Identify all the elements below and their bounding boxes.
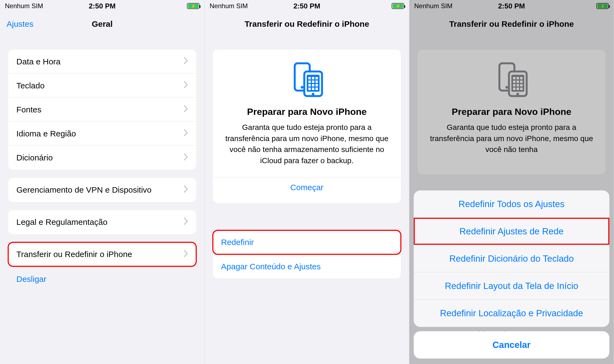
settings-group-4: Transferir ou Redefinir o iPhone <box>8 242 196 266</box>
settings-group-2: Gerenciamento de VPN e Dispositivo <box>8 178 196 202</box>
option-reset-keyboard-dictionary[interactable]: Redefinir Dicionário do Teclado <box>414 245 609 272</box>
row-label: Gerenciamento de VPN e Dispositivo <box>16 185 151 195</box>
battery-icon: ⚡ <box>187 3 199 9</box>
page-title: Geral <box>92 19 113 29</box>
chevron-right-icon <box>184 105 188 114</box>
option-label: Redefinir Dicionário do Teclado <box>449 253 574 264</box>
chevron-right-icon <box>184 57 188 66</box>
row-label: Idioma e Região <box>16 129 76 138</box>
svg-rect-13 <box>308 88 311 90</box>
prepare-new-iphone-card: Preparar para Novo iPhone Garanta que tu… <box>213 50 401 203</box>
svg-rect-5 <box>312 77 314 79</box>
svg-rect-15 <box>315 88 318 90</box>
svg-rect-12 <box>315 84 318 86</box>
chevron-right-icon <box>184 129 188 138</box>
chevron-right-icon <box>184 217 188 227</box>
row-label: Legal e Regulamentação <box>16 217 108 227</box>
option-label: Redefinir Layout da Tela de Início <box>445 281 578 291</box>
svg-point-1 <box>301 86 303 89</box>
cancel-label: Cancelar <box>493 340 530 350</box>
carrier-label: Nenhum SIM <box>5 2 43 10</box>
svg-rect-9 <box>315 80 318 83</box>
row-date-time[interactable]: Data e Hora <box>8 50 196 74</box>
back-label: Ajustes <box>7 19 33 29</box>
reset-group: Redefinir <box>213 230 401 254</box>
option-reset-home-screen-layout[interactable]: Redefinir Layout da Tela de Início <box>414 272 609 300</box>
chevron-right-icon <box>184 185 188 195</box>
divider <box>213 177 401 177</box>
settings-group-3: Legal e Regulamentação <box>8 210 196 234</box>
chevron-right-icon <box>184 81 188 90</box>
option-reset-all-settings[interactable]: Redefinir Todos os Ajustes <box>414 190 609 218</box>
clock-label: 2:50 PM <box>293 2 320 10</box>
settings-group-1: Data e Hora Teclado Fontes Idioma e Regi… <box>8 50 196 170</box>
svg-rect-14 <box>312 88 314 90</box>
nav-bar: Ajustes Geral <box>0 12 204 36</box>
row-keyboard[interactable]: Teclado <box>8 74 196 98</box>
screen-transfer-reset: Nenhum SIM 2:50 PM ⚡ Transferir ou Redef… <box>205 0 409 364</box>
card-title: Preparar para Novo iPhone <box>224 106 390 117</box>
row-erase-all[interactable]: Apagar Conteúdo e Ajustes <box>213 254 401 278</box>
option-reset-location-privacy[interactable]: Redefinir Localização e Privacidade <box>414 300 609 327</box>
row-fonts[interactable]: Fontes <box>8 98 196 122</box>
clock-label: 2:50 PM <box>89 2 115 10</box>
action-sheet: Redefinir Todos os Ajustes Redefinir Aju… <box>414 190 609 359</box>
row-label: Transferir ou Redefinir o iPhone <box>16 250 132 259</box>
chevron-right-icon <box>184 153 188 163</box>
row-label: Data e Hora <box>16 57 61 66</box>
begin-button[interactable]: Começar <box>224 180 390 195</box>
carrier-label: Nenhum SIM <box>210 2 248 10</box>
option-label: Redefinir Localização e Privacidade <box>440 308 583 318</box>
battery-icon: ⚡ <box>392 3 404 9</box>
status-right: ⚡ <box>187 3 199 9</box>
row-label: Apagar Conteúdo e Ajustes <box>221 262 321 271</box>
svg-point-16 <box>312 93 314 96</box>
row-reset[interactable]: Redefinir <box>213 230 401 254</box>
content: Preparar para Novo iPhone Garanta que tu… <box>205 36 409 278</box>
shutdown-link[interactable]: Desligar <box>16 275 204 284</box>
page-title: Transferir ou Redefinir o iPhone <box>245 19 369 29</box>
screen-general-settings: Nenhum SIM 2:50 PM ⚡ Ajustes Geral Data … <box>0 0 205 364</box>
row-label: Fontes <box>16 105 41 114</box>
screen-reset-action-sheet: Nenhum SIM 2:50 PM ⚡ Transferir ou Redef… <box>409 0 614 364</box>
svg-rect-4 <box>308 77 311 79</box>
row-dictionary[interactable]: Dicionário <box>8 146 196 170</box>
erase-group: Apagar Conteúdo e Ajustes <box>213 254 401 278</box>
row-label: Redefinir <box>221 238 254 247</box>
nav-bar: Transferir ou Redefinir o iPhone <box>205 12 409 36</box>
row-label: Teclado <box>16 81 44 90</box>
option-reset-network-settings[interactable]: Redefinir Ajustes de Rede <box>414 218 609 245</box>
chevron-right-icon <box>184 250 188 259</box>
back-button[interactable]: Ajustes <box>5 19 33 29</box>
content: Data e Hora Teclado Fontes Idioma e Regi… <box>0 36 204 284</box>
svg-rect-11 <box>312 84 314 86</box>
svg-rect-6 <box>315 77 318 79</box>
devices-icon <box>287 61 327 99</box>
option-label: Redefinir Todos os Ajustes <box>458 199 564 209</box>
sheet-options: Redefinir Todos os Ajustes Redefinir Aju… <box>414 190 609 327</box>
row-label: Dicionário <box>16 153 53 162</box>
status-bar: Nenhum SIM 2:50 PM ⚡ <box>205 0 409 12</box>
svg-rect-8 <box>312 80 314 83</box>
row-legal-regulatory[interactable]: Legal e Regulamentação <box>8 210 196 234</box>
row-language-region[interactable]: Idioma e Região <box>8 122 196 146</box>
row-vpn-device-management[interactable]: Gerenciamento de VPN e Dispositivo <box>8 178 196 202</box>
card-body: Garanta que tudo esteja pronto para a tr… <box>224 122 390 166</box>
row-transfer-reset[interactable]: Transferir ou Redefinir o iPhone <box>8 242 196 266</box>
svg-rect-10 <box>308 84 311 86</box>
status-bar: Nenhum SIM 2:50 PM ⚡ <box>0 0 204 12</box>
option-label: Redefinir Ajustes de Rede <box>460 226 564 237</box>
status-right: ⚡ <box>392 3 404 9</box>
cancel-button[interactable]: Cancelar <box>414 331 609 359</box>
svg-rect-7 <box>308 80 311 83</box>
